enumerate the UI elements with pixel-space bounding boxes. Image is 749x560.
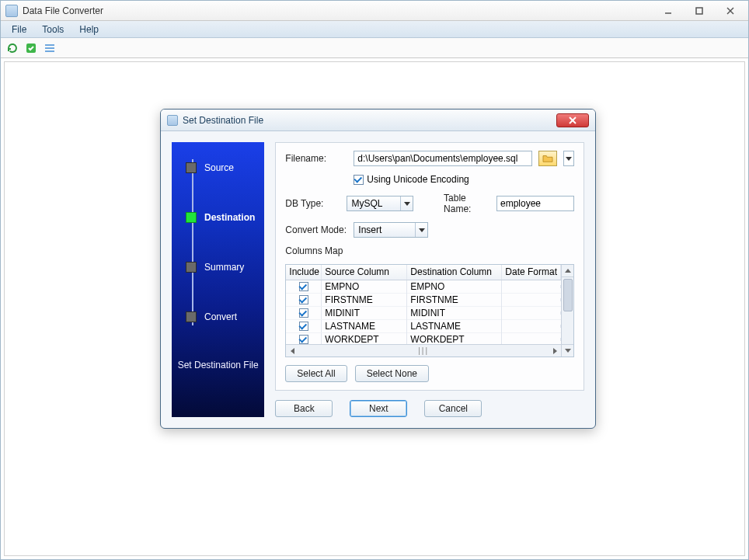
app-icon	[5, 5, 18, 17]
filename-input[interactable]	[354, 151, 532, 166]
dialog-title: Set Destination File	[183, 115, 263, 126]
select-all-button[interactable]: Select All	[285, 365, 347, 382]
grid-vscrollbar[interactable]	[561, 265, 573, 357]
svg-rect-6	[45, 47, 54, 49]
wizard-caption: Set Destination File	[172, 360, 264, 370]
browse-button[interactable]	[538, 151, 557, 166]
wizard-connector-line	[192, 159, 193, 325]
convertmode-value: Insert	[354, 224, 415, 235]
convertmode-combo[interactable]: Insert	[354, 222, 428, 238]
svg-rect-7	[45, 50, 54, 52]
wizard-node-icon	[186, 262, 197, 273]
dbtype-label: DB Type:	[285, 198, 340, 209]
scroll-thumb[interactable]	[563, 279, 573, 311]
app-title: Data File Converter	[23, 5, 103, 16]
filename-label: Filename:	[285, 153, 347, 164]
task-icon[interactable]	[24, 41, 38, 55]
wizard-node-icon	[186, 212, 197, 223]
menu-help[interactable]: Help	[73, 23, 105, 37]
refresh-icon[interactable]	[5, 41, 19, 55]
list-icon[interactable]	[43, 41, 57, 55]
maximize-button[interactable]	[691, 5, 708, 17]
destination-form: Filename: Using Unicode Encoding	[275, 142, 584, 391]
wizard-step-source[interactable]: Source	[172, 155, 264, 181]
filename-history-dropdown[interactable]	[563, 151, 574, 166]
wizard-node-icon	[186, 311, 197, 322]
content-area: Set Destination File Source	[4, 61, 745, 556]
scroll-down-icon[interactable]	[562, 344, 573, 357]
grid-row[interactable]: EMPNO EMPNO	[286, 280, 561, 294]
chevron-down-icon	[415, 223, 427, 237]
tablename-input[interactable]	[496, 196, 574, 211]
svg-rect-5	[45, 44, 54, 46]
unicode-label: Using Unicode Encoding	[367, 174, 469, 185]
minimize-button[interactable]	[660, 5, 677, 17]
menu-tools[interactable]: Tools	[36, 23, 70, 37]
grid-header-source[interactable]: Source Column	[322, 265, 407, 280]
dialog-icon	[167, 115, 178, 126]
scroll-track[interactable]: |||	[298, 346, 549, 355]
select-none-button[interactable]: Select None	[355, 365, 429, 382]
scroll-up-icon[interactable]	[562, 265, 573, 277]
scroll-left-icon[interactable]	[286, 345, 298, 357]
menubar: File Tools Help	[1, 21, 748, 38]
svg-rect-1	[696, 8, 702, 14]
include-checkbox[interactable]	[299, 282, 308, 291]
scroll-right-icon[interactable]	[549, 345, 561, 357]
grid-row[interactable]: MIDINIT MIDINIT	[286, 307, 561, 320]
include-checkbox[interactable]	[299, 295, 308, 304]
menu-file[interactable]: File	[5, 23, 33, 37]
back-button[interactable]: Back	[275, 400, 333, 417]
grid-header-dest[interactable]: Destination Column	[407, 265, 502, 280]
grid-header-include[interactable]: Include	[286, 265, 322, 280]
grid-row[interactable]: FIRSTNME FIRSTNME	[286, 294, 561, 307]
columns-map-grid: Include Source Column Destination Column…	[285, 264, 574, 357]
grid-row[interactable]: WORKDEPT WORKDEPT	[286, 333, 561, 344]
tablename-label: Table Name:	[444, 193, 490, 214]
titlebar: Data File Converter	[1, 1, 748, 21]
toolbar	[1, 38, 748, 58]
unicode-checkbox[interactable]	[354, 175, 364, 185]
next-button[interactable]: Next	[350, 400, 407, 417]
wizard-step-summary[interactable]: Summary	[172, 254, 264, 280]
dialog-close-button[interactable]	[556, 113, 589, 127]
folder-open-icon	[542, 154, 553, 163]
grid-body: EMPNO EMPNO FIRSTNME FIRSTNME	[286, 280, 561, 344]
set-destination-dialog: Set Destination File Source	[160, 109, 596, 429]
close-button[interactable]	[722, 5, 739, 17]
include-checkbox[interactable]	[299, 322, 308, 331]
include-checkbox[interactable]	[299, 335, 308, 344]
grid-row[interactable]: LASTNAME LASTNAME	[286, 320, 561, 333]
dialog-titlebar: Set Destination File	[161, 110, 595, 131]
grid-header-format[interactable]: Date Format	[502, 265, 561, 280]
grid-hscrollbar[interactable]: |||	[286, 344, 561, 357]
include-checkbox[interactable]	[299, 308, 308, 318]
convertmode-label: Convert Mode:	[285, 224, 347, 235]
wizard-nav: Source Destination Summary Convert	[172, 142, 264, 417]
dbtype-combo[interactable]: MySQL	[347, 196, 413, 211]
wizard-step-destination[interactable]: Destination	[172, 204, 264, 231]
wizard-step-convert[interactable]: Convert	[172, 304, 264, 330]
grid-header: Include Source Column Destination Column…	[286, 265, 561, 280]
cancel-button[interactable]: Cancel	[424, 400, 482, 417]
wizard-node-icon	[186, 162, 197, 173]
chevron-down-icon	[400, 197, 413, 210]
dbtype-value: MySQL	[347, 198, 400, 209]
app-window: Data File Converter File Tools Help	[0, 0, 749, 560]
columns-map-label: Columns Map	[285, 245, 574, 256]
